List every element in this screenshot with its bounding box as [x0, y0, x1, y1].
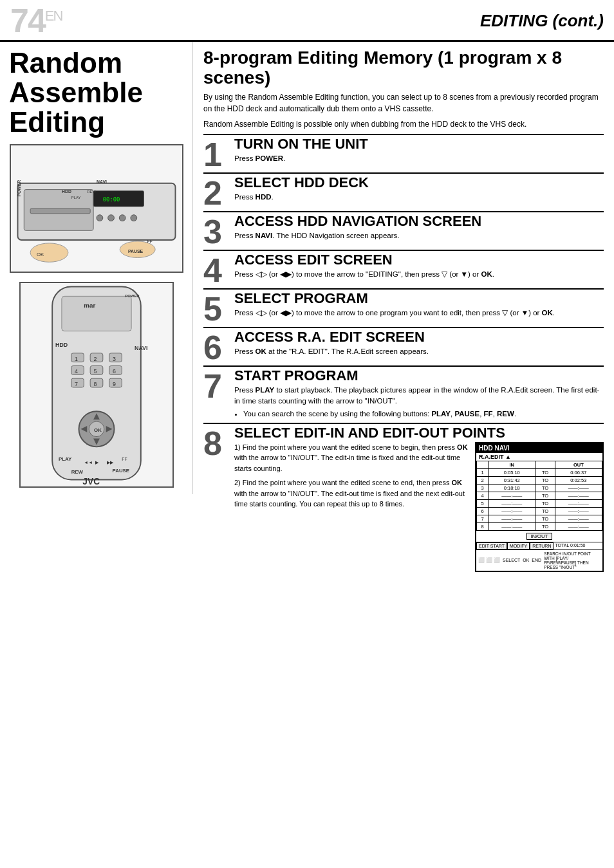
- step-7-text: Press PLAY to start playback. The playba…: [234, 385, 604, 420]
- svg-text:8: 8: [93, 381, 97, 387]
- step-6-heading: ACCESS R.A. EDIT SCREEN: [234, 329, 604, 345]
- main-title: Random Assemble Editing: [9, 48, 183, 138]
- step-7: 7 START PROGRAM Press PLAY to start play…: [203, 365, 604, 421]
- navi-footer: EDIT START MODIFY RETURN TOTAL 0:01:50: [476, 542, 602, 549]
- step-8: 8 SELECT EDIT-IN AND EDIT-OUT POINTS 1) …: [203, 423, 604, 572]
- intro-text-2: Random Assemble Editing is possible only…: [203, 118, 604, 130]
- modify-btn[interactable]: MODIFY: [507, 542, 530, 549]
- svg-text:JVC: JVC: [82, 477, 100, 486]
- table-row: 1 0:05:10 TO 0:06:37: [477, 468, 602, 476]
- svg-text:PAUSE: PAUSE: [128, 248, 144, 253]
- navi-table: IN OUT 1 0:05:10: [476, 461, 602, 531]
- step-2-text: Press HDD.: [234, 192, 604, 203]
- in-out-button[interactable]: IN/OUT: [526, 533, 552, 540]
- vcr-device-illustration: 00:00 POWER HDD PLAY REW OK PAUSE: [10, 144, 183, 273]
- step-5: 5 SELECT PROGRAM Press ◁▷ (or ◀▶) to mov…: [203, 288, 604, 326]
- step-8-heading: SELECT EDIT-IN AND EDIT-OUT POINTS: [234, 425, 604, 441]
- select-icon: ⬜: [478, 557, 485, 563]
- remote-control-illustration: mar POWER HDD NAVI 1 2 3 4 5 6: [19, 282, 174, 488]
- svg-text:FF: FF: [147, 239, 152, 243]
- step-6-text: Press OK at the "R.A. EDIT". The R.A.Edi…: [234, 346, 604, 357]
- step-7-content: START PROGRAM Press PLAY to start playba…: [234, 368, 604, 421]
- step-7-number: 7: [203, 368, 229, 403]
- svg-rect-8: [30, 208, 90, 214]
- end-label: END: [532, 558, 541, 562]
- step-3-content: ACCESS HDD NAVIGATION SCREEN Press NAVI.…: [234, 214, 604, 241]
- table-row: 6 ——:—— TO ——:——: [477, 507, 602, 515]
- step-1-text: Press POWER.: [234, 153, 604, 164]
- svg-text:PAUSE: PAUSE: [112, 467, 129, 473]
- svg-text:POWER: POWER: [17, 180, 21, 196]
- total-time: TOTAL 0:01:50: [554, 542, 586, 549]
- step-1-content: TURN ON THE UNIT Press POWER.: [234, 136, 604, 164]
- step-8-text: 1) Find the point where you want the edi…: [234, 442, 470, 572]
- section-title: 8-program Editing Memory (1 program x 8 …: [203, 48, 604, 88]
- svg-text:NAVI: NAVI: [97, 179, 107, 183]
- table-row: 7 ——:—— TO ——:——: [477, 515, 602, 522]
- ra-edit-label: R.A.EDIT ▲: [476, 453, 602, 461]
- step-3: 3 ACCESS HDD NAVIGATION SCREEN Press NAV…: [203, 211, 604, 248]
- ok-icon: ⬜: [486, 557, 492, 563]
- hdd-navi-box: HDD NAVI R.A.EDIT ▲ IN OUT: [475, 442, 604, 572]
- svg-point-5: [107, 214, 114, 221]
- col-in: IN: [488, 461, 535, 468]
- steps-container: 1 TURN ON THE UNIT Press POWER. 2 SELECT…: [203, 134, 604, 572]
- step-3-number: 3: [203, 214, 229, 248]
- svg-text:2: 2: [93, 355, 97, 362]
- intro-text-1: By using the Random Assemble Editing fun…: [203, 91, 604, 115]
- table-row: 2 0:31:42 TO 0:02:53: [477, 476, 602, 484]
- table-row: 5 ——:—— TO ——:——: [477, 499, 602, 507]
- step-2: 2 SELECT HDD DECK Press HDD.: [203, 172, 604, 210]
- search-icons: ⬜ ⬜ ⬜: [478, 557, 500, 563]
- svg-text:◄◄: ◄◄: [84, 459, 93, 464]
- edit-start-btn[interactable]: EDIT START: [476, 542, 507, 549]
- svg-text:6: 6: [113, 368, 116, 374]
- svg-point-6: [119, 214, 126, 221]
- svg-text:HDD: HDD: [55, 342, 68, 348]
- left-column: Random Assemble Editing 00:00 POWER: [0, 42, 193, 494]
- col-to: [535, 461, 555, 468]
- return-btn[interactable]: RETURN: [530, 542, 554, 549]
- step-7-heading: START PROGRAM: [234, 368, 604, 383]
- select-label: SELECT: [503, 558, 520, 562]
- svg-text:mar: mar: [84, 302, 95, 309]
- svg-text:9: 9: [113, 381, 116, 387]
- svg-text:1: 1: [75, 355, 78, 362]
- step-6: 6 ACCESS R.A. EDIT SCREEN Press OK at th…: [203, 327, 604, 364]
- step-4: 4 ACCESS EDIT SCREEN Press ◁▷ (or ◀▶) to…: [203, 250, 604, 287]
- svg-text:5: 5: [93, 368, 97, 374]
- page-header: 74EN EDITING (cont.): [0, 0, 614, 42]
- page-number: 74EN: [10, 4, 62, 37]
- hdd-navi-panel: HDD NAVI R.A.EDIT ▲ IN OUT: [475, 442, 604, 572]
- svg-text:00:00: 00:00: [102, 196, 120, 203]
- end-icon: ⬜: [494, 557, 500, 563]
- svg-text:OK: OK: [94, 427, 102, 432]
- svg-point-4: [97, 214, 103, 221]
- svg-text:REW: REW: [87, 189, 96, 193]
- step-8-content: SELECT EDIT-IN AND EDIT-OUT POINTS 1) Fi…: [234, 425, 604, 572]
- step-4-text: Press ◁▷ (or ◀▶) to move the arrow to "E…: [234, 269, 604, 280]
- step-5-heading: SELECT PROGRAM: [234, 291, 604, 306]
- step-6-content: ACCESS R.A. EDIT SCREEN Press OK at the …: [234, 329, 604, 357]
- step-1-number: 1: [203, 136, 229, 171]
- step-6-number: 6: [203, 329, 229, 364]
- svg-text:HDD: HDD: [62, 189, 71, 193]
- svg-point-13: [30, 243, 68, 261]
- svg-text:▶▶: ▶▶: [106, 459, 113, 464]
- step-8-number: 8: [203, 425, 229, 460]
- svg-text:POWER: POWER: [125, 294, 140, 298]
- hdd-navi-header: HDD NAVI: [476, 443, 602, 453]
- svg-text:4: 4: [75, 368, 78, 374]
- ok-label: OK: [523, 558, 529, 562]
- svg-text:REW: REW: [71, 468, 83, 474]
- step-5-content: SELECT PROGRAM Press ◁▷ (or ◀▶) to move …: [234, 291, 604, 319]
- svg-text:OK: OK: [36, 251, 44, 257]
- step-2-number: 2: [203, 175, 229, 210]
- col-num: [477, 461, 488, 468]
- svg-text:PLAY: PLAY: [59, 456, 72, 462]
- main-content: Random Assemble Editing 00:00 POWER: [0, 42, 614, 580]
- step-1-heading: TURN ON THE UNIT: [234, 136, 604, 152]
- svg-rect-20: [61, 296, 131, 331]
- step-4-content: ACCESS EDIT SCREEN Press ◁▷ (or ◀▶) to m…: [234, 252, 604, 280]
- step-3-heading: ACCESS HDD NAVIGATION SCREEN: [234, 214, 604, 229]
